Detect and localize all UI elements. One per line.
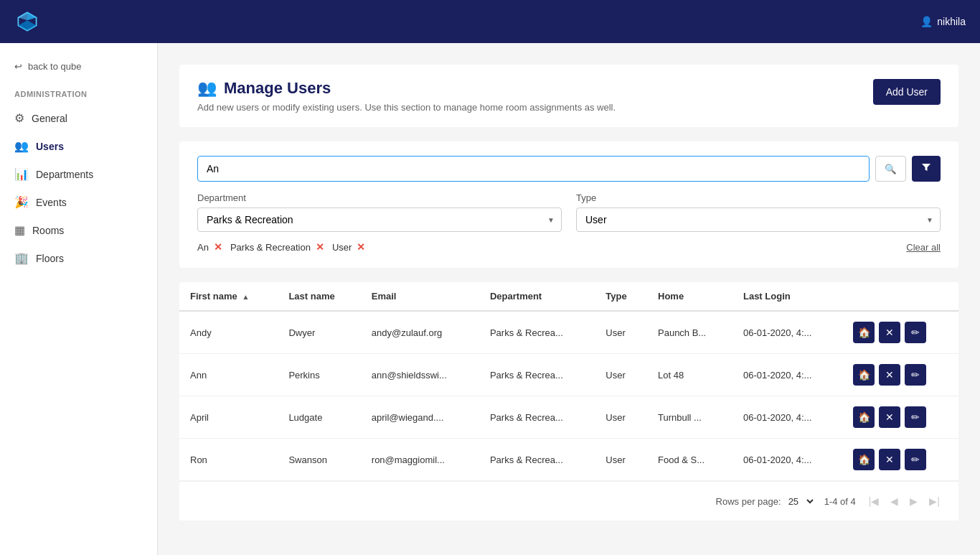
- col-department[interactable]: Department: [479, 282, 595, 311]
- filter-tag-user-label: User: [332, 242, 352, 253]
- col-email[interactable]: Email: [361, 282, 479, 311]
- sidebar-item-users[interactable]: 👥 Users: [0, 132, 157, 160]
- cell-department: Parks & Recrea...: [479, 396, 595, 439]
- sidebar-item-floors[interactable]: 🏢 Floors: [0, 244, 157, 272]
- cell-email: ann@shieldsswi...: [361, 354, 479, 396]
- username-label: nikhila: [937, 16, 966, 27]
- home-button-row1[interactable]: 🏠: [853, 322, 875, 343]
- sidebar-item-events[interactable]: 🎉 Events: [0, 188, 157, 216]
- cell-home: Turnbull ...: [647, 396, 732, 439]
- edit-button-row4[interactable]: ✏: [905, 449, 926, 470]
- departments-icon: 📊: [14, 167, 29, 181]
- back-to-qube-link[interactable]: ↩ back to qube: [0, 54, 157, 79]
- sidebar-events-label: Events: [36, 197, 67, 208]
- logo[interactable]: [14, 9, 40, 34]
- table-body: Andy Dwyer andy@zulauf.org Parks & Recre…: [179, 311, 958, 481]
- edit-button-row2[interactable]: ✏: [905, 364, 926, 386]
- back-link-label: back to qube: [28, 61, 81, 72]
- department-filter-label: Department: [197, 192, 562, 203]
- cell-email: april@wiegand....: [361, 396, 479, 439]
- sidebar-users-label: Users: [36, 141, 64, 152]
- filter-tag-an-label: An: [197, 242, 209, 253]
- cell-last-login: 06-01-2020, 4:...: [732, 354, 842, 396]
- table-row: Ann Perkins ann@shieldsswi... Parks & Re…: [179, 354, 958, 396]
- search-row: 🔍: [197, 156, 941, 182]
- home-button-row4[interactable]: 🏠: [853, 449, 875, 470]
- home-button-row3[interactable]: 🏠: [853, 406, 875, 428]
- page-title: 👥 Manage Users: [197, 79, 616, 98]
- edit-button-row3[interactable]: ✏: [905, 406, 926, 428]
- table-row: Andy Dwyer andy@zulauf.org Parks & Recre…: [179, 311, 958, 354]
- cell-home: Paunch B...: [647, 311, 732, 354]
- filter-button[interactable]: [912, 156, 941, 182]
- col-type[interactable]: Type: [595, 282, 647, 311]
- edit-button-row1[interactable]: ✏: [905, 322, 926, 343]
- prev-page-button[interactable]: ◀: [886, 493, 903, 510]
- search-icon: 🔍: [885, 164, 897, 174]
- search-button[interactable]: 🔍: [875, 156, 906, 182]
- filter-tag-parks: Parks & Recreation ✕: [230, 241, 326, 253]
- cell-last-name: Ludgate: [278, 396, 360, 439]
- remove-filter-parks-button[interactable]: ✕: [314, 241, 326, 253]
- table-row: April Ludgate april@wiegand.... Parks & …: [179, 396, 958, 439]
- cell-actions: 🏠 ✕ ✏: [842, 439, 958, 481]
- sidebar-item-departments[interactable]: 📊 Departments: [0, 160, 157, 188]
- col-last-login[interactable]: Last Login: [732, 282, 842, 311]
- cell-type: User: [595, 439, 647, 481]
- col-actions: [842, 282, 958, 311]
- sidebar-general-label: General: [32, 113, 67, 124]
- filter-tag-user: User ✕: [332, 241, 367, 253]
- gear-icon: ⚙: [14, 111, 24, 125]
- cell-last-name: Dwyer: [278, 311, 360, 354]
- cell-email: andy@zulauf.org: [361, 311, 479, 354]
- type-filter-group: Type User Admin: [576, 192, 941, 232]
- cell-department: Parks & Recrea...: [479, 439, 595, 481]
- delete-button-row4[interactable]: ✕: [879, 449, 900, 470]
- add-user-button[interactable]: Add User: [873, 79, 941, 105]
- type-select-wrapper: User Admin: [576, 207, 941, 232]
- cell-actions: 🏠 ✕ ✏: [842, 311, 958, 354]
- table-row: Ron Swanson ron@maggiomil... Parks & Rec…: [179, 439, 958, 481]
- cell-last-login: 06-01-2020, 4:...: [732, 396, 842, 439]
- events-icon: 🎉: [14, 195, 29, 209]
- sidebar: ↩ back to qube ADMINISTRATION ⚙ General …: [0, 43, 158, 555]
- cell-actions: 🏠 ✕ ✏: [842, 354, 958, 396]
- logo-icon: [14, 9, 40, 34]
- cell-last-login: 06-01-2020, 4:...: [732, 439, 842, 481]
- rows-per-page-select[interactable]: 25 50 100: [786, 495, 816, 508]
- users-table-section: First name ▲ Last name Email Department …: [179, 282, 958, 521]
- sidebar-floors-label: Floors: [36, 253, 64, 264]
- users-icon: 👥: [14, 139, 29, 153]
- sidebar-departments-label: Departments: [36, 169, 93, 180]
- col-last-name[interactable]: Last name: [278, 282, 360, 311]
- cell-last-name: Perkins: [278, 354, 360, 396]
- cell-department: Parks & Recrea...: [479, 311, 595, 354]
- sidebar-item-general[interactable]: ⚙ General: [0, 104, 157, 132]
- search-input[interactable]: [197, 156, 870, 182]
- delete-button-row3[interactable]: ✕: [879, 406, 900, 428]
- table-header: First name ▲ Last name Email Department …: [179, 282, 958, 311]
- remove-filter-an-button[interactable]: ✕: [212, 241, 225, 253]
- department-select[interactable]: Parks & Recreation Food & Stuff: [197, 207, 562, 232]
- type-select[interactable]: User Admin: [576, 207, 941, 232]
- cell-department: Parks & Recrea...: [479, 354, 595, 396]
- delete-button-row2[interactable]: ✕: [879, 364, 900, 386]
- col-first-name[interactable]: First name ▲: [179, 282, 278, 311]
- first-page-button[interactable]: |◀: [864, 493, 884, 510]
- top-nav: 👤 nikhila: [0, 0, 980, 43]
- last-page-button[interactable]: ▶|: [925, 493, 944, 510]
- clear-all-filters-button[interactable]: Clear all: [906, 242, 941, 253]
- cell-type: User: [595, 396, 647, 439]
- delete-button-row1[interactable]: ✕: [879, 322, 900, 343]
- user-avatar-icon: 👤: [920, 16, 933, 27]
- rooms-icon: ▦: [14, 223, 25, 237]
- remove-filter-user-button[interactable]: ✕: [354, 241, 367, 253]
- next-page-button[interactable]: ▶: [905, 493, 922, 510]
- sidebar-item-rooms[interactable]: ▦ Rooms: [0, 216, 157, 244]
- filter-row: Department Parks & Recreation Food & Stu…: [197, 192, 941, 232]
- sort-icon-first-name: ▲: [242, 293, 249, 301]
- home-button-row2[interactable]: 🏠: [853, 364, 875, 386]
- type-filter-label: Type: [576, 192, 941, 203]
- col-home[interactable]: Home: [647, 282, 732, 311]
- rows-per-page-label: Rows per page:: [716, 496, 781, 507]
